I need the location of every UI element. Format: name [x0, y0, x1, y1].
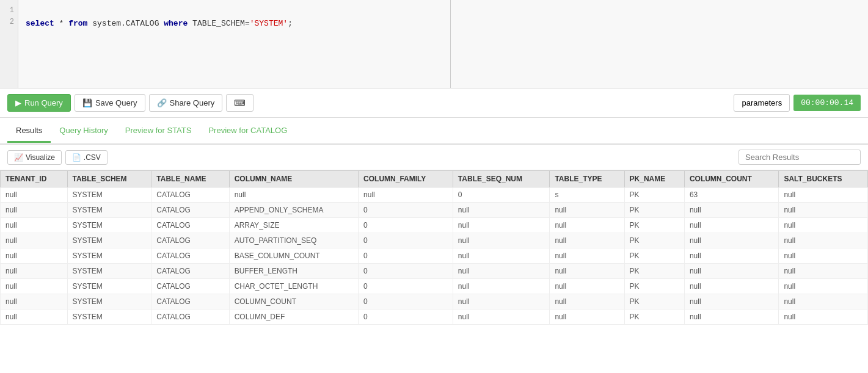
table-body: nullSYSTEMCATALOGnullnull0sPK63nullnullS… — [1, 187, 868, 325]
table-cell: null — [684, 203, 779, 218]
table-cell: 0 — [359, 310, 453, 325]
table-cell: PK — [624, 203, 684, 218]
table-cell: null — [779, 294, 868, 310]
table-cell: CATALOG — [151, 233, 229, 248]
run-icon: ▶ — [15, 98, 21, 107]
table-cell: null — [779, 203, 868, 218]
tab-preview-catalog[interactable]: Preview for CATALOG — [200, 120, 296, 143]
csv-button[interactable]: 📄 .CSV — [65, 150, 108, 165]
table-cell: null — [550, 218, 624, 233]
line-numbers: 1 2 — [0, 0, 18, 88]
table-cell: null — [550, 203, 624, 218]
table-header: TENANT_ID TABLE_SCHEM TABLE_NAME COLUMN_… — [1, 171, 868, 187]
table-cell: SYSTEM — [67, 279, 151, 294]
table-cell: null — [453, 233, 550, 248]
table-cell: CATALOG — [151, 279, 229, 294]
table-cell: null — [684, 279, 779, 294]
timer-badge: 00:00:00.14 — [793, 95, 861, 111]
table-cell: null — [550, 294, 624, 310]
table-cell: null — [453, 294, 550, 310]
table-cell: SYSTEM — [67, 310, 151, 325]
table-cell: 0 — [453, 187, 550, 203]
run-query-button[interactable]: ▶ Run Query — [7, 94, 71, 112]
editor-right-panel — [451, 0, 868, 88]
col-header-table-seq-num: TABLE_SEQ_NUM — [453, 171, 550, 187]
table-cell: 63 — [684, 187, 779, 203]
table-cell: CATALOG — [151, 310, 229, 325]
col-header-salt-buckets: SALT_BUCKETS — [779, 171, 868, 187]
table-cell: null — [453, 218, 550, 233]
col-header-column-name: COLUMN_NAME — [229, 171, 358, 187]
parameters-button[interactable]: parameters — [734, 94, 790, 112]
table-cell: null — [453, 264, 550, 279]
tab-query-history[interactable]: Query History — [51, 120, 116, 143]
table-cell: null — [1, 264, 68, 279]
table-cell: APPEND_ONLY_SCHEMA — [229, 203, 358, 218]
table-cell: null — [550, 310, 624, 325]
save-query-button[interactable]: 💾 Save Query — [75, 94, 145, 112]
share-query-button[interactable]: 🔗 Share Query — [149, 94, 223, 112]
results-table-wrapper: TENANT_ID TABLE_SCHEM TABLE_NAME COLUMN_… — [0, 170, 868, 325]
visualize-button[interactable]: 📈 Visualize — [7, 150, 62, 165]
table-cell: COLUMN_DEF — [229, 310, 358, 325]
table-cell: null — [1, 248, 68, 264]
chart-icon: 📈 — [14, 153, 23, 162]
table-cell: PK — [624, 233, 684, 248]
search-results-input[interactable] — [739, 150, 861, 165]
table-cell: null — [229, 187, 358, 203]
file-icon: 📄 — [72, 153, 81, 162]
table-cell: null — [1, 294, 68, 310]
table-cell: CATALOG — [151, 248, 229, 264]
code-editor[interactable]: 1 2 select * from system.CATALOG where T… — [0, 0, 868, 89]
table-cell: null — [359, 187, 453, 203]
table-cell: 0 — [359, 218, 453, 233]
keyboard-button[interactable]: ⌨ — [226, 94, 253, 112]
table-cell: 0 — [359, 248, 453, 264]
table-cell: null — [684, 294, 779, 310]
tab-results[interactable]: Results — [7, 120, 51, 143]
table-cell: ARRAY_SIZE — [229, 218, 358, 233]
share-query-label: Share Query — [170, 98, 215, 107]
table-cell: null — [779, 233, 868, 248]
table-cell: null — [453, 310, 550, 325]
table-cell: CATALOG — [151, 218, 229, 233]
share-icon: 🔗 — [157, 98, 167, 107]
table-cell: SYSTEM — [67, 248, 151, 264]
table-cell: null — [684, 248, 779, 264]
save-query-label: Save Query — [95, 98, 137, 107]
table-cell: null — [779, 264, 868, 279]
table-row: nullSYSTEMCATALOGCOLUMN_COUNT0nullnullPK… — [1, 294, 868, 310]
table-cell: BASE_COLUMN_COUNT — [229, 248, 358, 264]
table-cell: null — [453, 203, 550, 218]
code-content[interactable]: select * from system.CATALOG where TABLE… — [18, 0, 450, 88]
tab-preview-stats[interactable]: Preview for STATS — [117, 120, 200, 143]
table-row: nullSYSTEMCATALOGARRAY_SIZE0nullnullPKnu… — [1, 218, 868, 233]
table-cell: null — [779, 187, 868, 203]
table-cell: null — [453, 279, 550, 294]
visualize-label: Visualize — [26, 153, 55, 162]
table-cell: null — [779, 248, 868, 264]
table-cell: null — [1, 279, 68, 294]
table-cell: null — [1, 218, 68, 233]
table-cell: 0 — [359, 279, 453, 294]
code-line-2: select * from system.CATALOG where TABLE… — [26, 18, 443, 31]
table-cell: s — [550, 187, 624, 203]
col-header-column-family: COLUMN_FAMILY — [359, 171, 453, 187]
timer-value: 00:00:00.14 — [801, 98, 853, 107]
table-cell: null — [1, 187, 68, 203]
table-row: nullSYSTEMCATALOGBUFFER_LENGTH0nullnullP… — [1, 264, 868, 279]
table-row: nullSYSTEMCATALOGAUTO_PARTITION_SEQ0null… — [1, 233, 868, 248]
table-cell: null — [779, 279, 868, 294]
run-query-label: Run Query — [24, 98, 63, 107]
table-cell: PK — [624, 279, 684, 294]
table-cell: SYSTEM — [67, 233, 151, 248]
table-cell: PK — [624, 218, 684, 233]
table-cell: CATALOG — [151, 264, 229, 279]
table-cell: BUFFER_LENGTH — [229, 264, 358, 279]
table-row: nullSYSTEMCATALOGBASE_COLUMN_COUNT0nulln… — [1, 248, 868, 264]
table-cell: 0 — [359, 294, 453, 310]
table-cell: PK — [624, 264, 684, 279]
col-header-tenant-id: TENANT_ID — [1, 171, 68, 187]
table-cell: null — [550, 279, 624, 294]
results-table: TENANT_ID TABLE_SCHEM TABLE_NAME COLUMN_… — [0, 170, 868, 325]
